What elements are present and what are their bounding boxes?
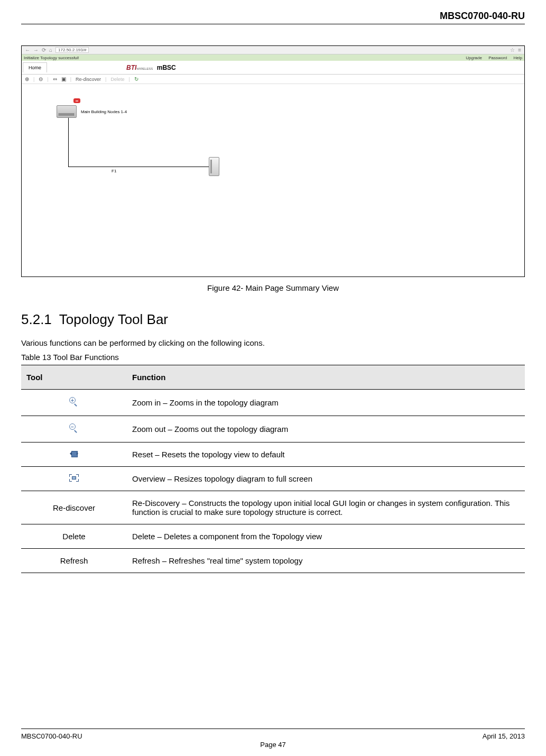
connection-line xyxy=(68,118,69,167)
section-intro: Various functions can be performed by cl… xyxy=(21,338,525,347)
function-cell: Overview – Resizes topology diagram to f… xyxy=(127,467,525,491)
overview-icon[interactable]: ▣ xyxy=(61,76,66,82)
brand-logo: BTIWIRELESS mBSC xyxy=(47,64,524,71)
tool-cell: + xyxy=(21,390,127,416)
footer-page-number: Page 47 xyxy=(21,741,525,749)
tool-cell xyxy=(21,467,127,491)
tool-cell: Delete xyxy=(21,524,127,549)
col-header-tool: Tool xyxy=(21,365,127,390)
logo-subtext: WIRELESS xyxy=(136,67,153,70)
table-row: + Zoom in – Zooms in the topology diagra… xyxy=(21,390,525,416)
upgrade-link[interactable]: Upgrade xyxy=(466,56,482,60)
table-row: Overview – Resizes topology diagram to f… xyxy=(21,467,525,491)
function-cell: Re-Discovery – Constructs the topology u… xyxy=(127,491,525,524)
remote-device-icon xyxy=(209,157,219,176)
device-icon: •• xyxy=(57,105,77,118)
link-label: F1 xyxy=(112,169,116,173)
overview-icon xyxy=(69,474,79,482)
table-row: Reset – Resets the topology view to defa… xyxy=(21,442,525,467)
figure-caption: Figure 42- Main Page Summary View xyxy=(21,283,525,292)
zoom-in-icon: + xyxy=(69,397,79,407)
url-field[interactable]: 172.50.2.193/# xyxy=(55,47,89,53)
function-cell: Delete – Deletes a component from the To… xyxy=(127,524,525,549)
function-cell: Refresh – Refreshes "real time" system t… xyxy=(127,549,525,573)
main-node[interactable]: •• xyxy=(57,105,77,118)
page-footer: MBSC0700-040-RU April 15, 2013 Page 47 xyxy=(21,729,525,740)
main-node-label: Main Building Nodes 1-4 xyxy=(79,109,127,114)
back-icon[interactable]: ← xyxy=(25,47,30,53)
function-cell: Zoom in – Zooms in the topology diagram xyxy=(127,390,525,416)
tool-cell: Refresh xyxy=(21,549,127,573)
reset-icon[interactable]: ⇔ xyxy=(53,76,57,82)
topology-canvas[interactable]: •• Main Building Nodes 1-4 F1 xyxy=(22,84,524,264)
col-header-function: Function xyxy=(127,365,525,390)
rediscover-button[interactable]: Re-discover xyxy=(76,77,101,82)
password-link[interactable]: Password xyxy=(488,56,507,60)
section-heading: 5.2.1 Topology Tool Bar xyxy=(21,311,525,328)
function-cell: Zoom out – Zooms out the topology diagra… xyxy=(127,416,525,442)
zoom-in-icon[interactable]: ⊕ xyxy=(25,76,29,82)
delete-button[interactable]: Delete xyxy=(110,77,124,82)
table-row: Refresh Refresh – Refreshes "real time" … xyxy=(21,549,525,573)
screenshot-frame: ← → ⟳ ⌂ 172.50.2.193/# ☆ ≡ Initialize To… xyxy=(21,45,525,277)
menu-icon[interactable]: ≡ xyxy=(518,47,521,53)
reload-icon[interactable]: ⟳ xyxy=(42,47,46,53)
forward-icon[interactable]: → xyxy=(33,47,39,53)
logo-text: BTI xyxy=(126,64,136,71)
footer-left: MBSC0700-040-RU xyxy=(21,732,82,740)
status-message: Initialize Topology successful! xyxy=(24,56,79,60)
section-number: 5.2.1 xyxy=(21,311,52,327)
zoom-out-icon[interactable]: ⊖ xyxy=(39,76,43,82)
refresh-icon[interactable]: ↻ xyxy=(134,76,138,82)
tool-cell xyxy=(21,442,127,467)
app-header: Home BTIWIRELESS mBSC xyxy=(22,61,524,75)
star-icon[interactable]: ☆ xyxy=(510,47,515,53)
home-icon[interactable]: ⌂ xyxy=(49,47,52,53)
tool-cell: Re-discover xyxy=(21,491,127,524)
footer-right: April 15, 2013 xyxy=(483,732,525,740)
doc-header: MBSC0700-040-RU xyxy=(21,11,525,24)
remote-node[interactable] xyxy=(209,157,219,176)
section-title: Topology Tool Bar xyxy=(59,311,168,327)
logo-product: mBSC xyxy=(157,64,176,71)
table-row: Re-discover Re-Discovery – Constructs th… xyxy=(21,491,525,524)
topology-toolbar: ⊕ | ⊖ | ⇔ ▣ | Re-discover | Delete | ↻ xyxy=(22,75,524,84)
connection-line xyxy=(68,167,209,167)
tool-cell: − xyxy=(21,416,127,442)
status-bar: Initialize Topology successful! Upgrade … xyxy=(22,54,524,61)
alert-badge: •• xyxy=(73,98,80,103)
zoom-out-icon: − xyxy=(69,423,79,433)
table-caption: Table 13 Tool Bar Functions xyxy=(21,353,525,362)
toolbar-functions-table: Tool Function + Zoom in – Zooms in the t… xyxy=(21,365,525,573)
table-row: − Zoom out – Zooms out the topology diag… xyxy=(21,416,525,442)
browser-nav-bar: ← → ⟳ ⌂ 172.50.2.193/# ☆ ≡ xyxy=(22,46,524,54)
help-link[interactable]: Help xyxy=(514,56,522,60)
table-row: Delete Delete – Deletes a component from… xyxy=(21,524,525,549)
tab-home[interactable]: Home xyxy=(23,62,47,72)
reset-icon xyxy=(68,450,80,457)
function-cell: Reset – Resets the topology view to defa… xyxy=(127,442,525,467)
